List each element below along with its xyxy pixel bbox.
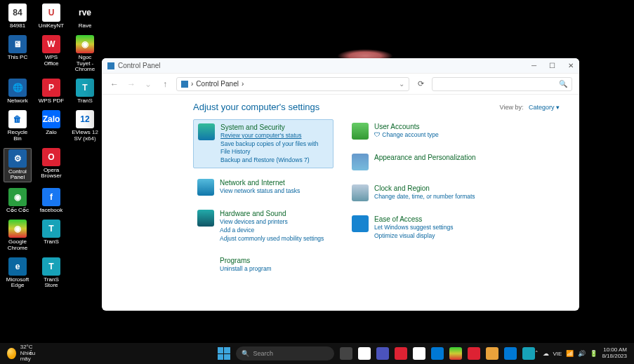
taskbar-app[interactable] [522,347,535,360]
category-title[interactable]: Appearance and Personalization [374,154,476,161]
category-link[interactable]: Change date, time, or number formats [374,193,475,201]
category-ease-of-access: Ease of AccessLet Windows suggest settin… [348,212,488,243]
app-icon: f [42,188,60,206]
category-link[interactable]: View devices and printers [220,218,324,226]
app-icon: e [8,257,27,276]
category-icon [352,184,369,201]
wifi-icon[interactable]: 📶 [566,350,574,357]
category-title[interactable]: System and Security [220,123,329,131]
page-title: Adjust your computer's settings [193,102,319,112]
address-dropdown[interactable]: ⌄ [399,80,404,88]
category-link[interactable]: Let Windows suggest settings [374,224,453,231]
icon-label: TranS Store [37,277,65,290]
taskbar-app[interactable] [413,347,425,360]
desktop-icon-zalo[interactable]: ZaloZalo [37,110,65,142]
forward-button[interactable]: → [126,79,137,89]
icon-label: Zalo [46,130,57,136]
category-title[interactable]: Hardware and Sound [220,210,324,217]
taskbar-search[interactable]: 🔍 Search [236,346,334,360]
desktop-icon-google-chrome[interactable]: ◉Google Chrome [4,220,32,252]
icon-label: facebook [40,208,62,214]
taskbar-app[interactable] [340,347,352,360]
window-title: Control Panel [118,62,531,69]
desktop-icon-ngoc-tuyet-chrome[interactable]: ◉Ngoc Tuyet - Chrome [71,35,99,73]
desktop-icon-eviews-12-sv-x64-[interactable]: 12EViews 12 SV (x64) [71,110,99,142]
icon-label: Rave [79,23,92,29]
category-title[interactable]: Clock and Region [374,184,475,192]
category-link[interactable]: 🛡 Change account type [374,131,439,139]
category-link[interactable]: Adjust commonly used mobility settings [220,235,324,243]
taskbar-app[interactable] [376,347,389,360]
desktop-icon-recycle-bin[interactable]: 🗑Recycle Bin [4,110,32,142]
desktop-icon-wps-office[interactable]: WWPS Office [37,35,65,73]
category-title[interactable]: Network and Internet [220,179,300,187]
control-panel-window: Control Panel ─ ☐ ✕ ← → ⌄ ↑ › Control Pa… [102,58,579,311]
category-link[interactable]: Save backup copies of your files with Fi… [220,140,329,156]
icon-label: This PC [8,55,27,61]
category-link[interactable]: Review your computer's status [220,132,329,140]
volume-icon[interactable]: 🔊 [578,350,586,357]
category-link[interactable]: Optimize visual display [374,232,453,240]
category-title[interactable]: User Accounts [374,123,439,130]
category-icon [352,123,369,140]
icon-label: 84981 [10,23,25,29]
desktop-icon-network[interactable]: 🌐Network [4,79,32,105]
taskbar-app[interactable] [449,347,462,360]
app-icon: 🖥 [8,35,27,53]
taskbar-app[interactable] [431,347,444,360]
app-icon: ◉ [76,35,94,53]
app-icon: T [42,220,60,238]
desktop-icon-trans[interactable]: TTranS [71,79,99,105]
category-link[interactable]: Uninstall a program [220,265,272,273]
category-link[interactable]: Add a device [220,227,324,234]
refresh-button[interactable]: ⟳ [415,79,426,88]
taskbar-app[interactable] [358,347,371,360]
minimize-button[interactable]: ─ [531,62,536,69]
icon-label: UniKeyNT [39,23,64,29]
desktop-icon-trans-store[interactable]: TTranS Store [37,257,65,290]
app-icon: rve [76,4,94,22]
navbar: ← → ⌄ ↑ › Control Panel › ⌄ ⟳ 🔍 [102,74,579,95]
desktop-icon-unikeynt[interactable]: UUniKeyNT [37,4,65,29]
icon-label: Network [7,98,27,105]
taskbar-app[interactable] [486,347,498,360]
recent-dropdown[interactable]: ⌄ [143,79,154,89]
category-title[interactable]: Ease of Access [374,215,453,223]
breadcrumb-item[interactable]: Control Panel [196,80,239,88]
taskbar-app[interactable] [468,347,480,360]
back-button[interactable]: ← [109,79,120,89]
desktop-icon-rave[interactable]: rveRave [71,4,99,29]
onedrive-icon[interactable]: ☁ [543,350,549,357]
address-bar[interactable]: › Control Panel › ⌄ [176,77,409,91]
category-system-and-security: System and SecurityReview your computer'… [193,119,333,168]
search-input[interactable]: 🔍 [432,77,572,91]
taskbar-app[interactable] [504,347,517,360]
category-link[interactable]: Backup and Restore (Windows 7) [220,156,329,164]
desktop-icon-control-panel[interactable]: ⚙Control Panel [4,148,32,183]
desktop-icon-c-c-c-c[interactable]: ◉Cốc Cốc [4,188,32,214]
control-panel-icon [107,62,114,69]
taskbar-app[interactable] [395,347,407,360]
weather-widget[interactable]: 32°C Nhiều mây [7,344,42,363]
desktop-icon-trans[interactable]: TTranS [37,220,65,252]
view-by: View by: Category ▾ [500,104,560,111]
close-button[interactable]: ✕ [568,62,574,69]
up-button[interactable]: ↑ [159,79,171,89]
desktop-icon-facebook[interactable]: ffacebook [37,188,65,214]
clock[interactable]: 10:00 AM 8/18/2023 [602,347,627,360]
icon-label: Microsoft Edge [4,277,32,290]
desktop-icon-opera-browser[interactable]: OOpera Browser [37,148,65,183]
desktop-icon-84981[interactable]: 8484981 [4,4,32,29]
icon-label: Google Chrome [4,239,32,252]
start-button[interactable] [218,347,230,360]
desktop-icon-microsoft-edge[interactable]: eMicrosoft Edge [4,257,32,290]
category-title[interactable]: Programs [220,257,272,264]
desktop-icon-wps-pdf[interactable]: PWPS PDF [37,79,65,105]
language-indicator[interactable]: VIE [553,351,562,357]
view-by-dropdown[interactable]: Category ▾ [529,104,560,111]
battery-icon[interactable]: 🔋 [590,350,597,357]
category-link[interactable]: View network status and tasks [220,187,300,195]
maximize-button[interactable]: ☐ [549,62,555,69]
tray-chevron[interactable]: ˄ [535,350,539,357]
desktop-icon-this-pc[interactable]: 🖥This PC [4,35,32,73]
